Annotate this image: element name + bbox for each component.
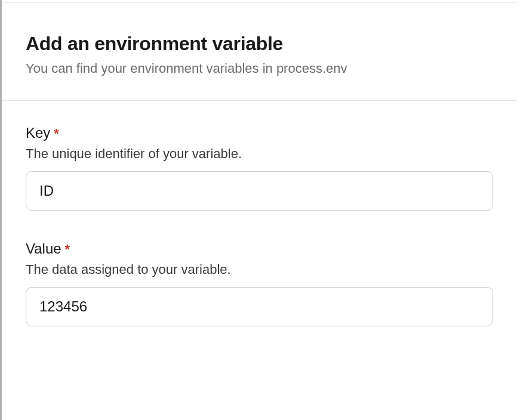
page-subtitle: You can find your environment variables … — [26, 61, 493, 76]
form-header: Add an environment variable You can find… — [2, 2, 517, 101]
value-input[interactable] — [26, 287, 493, 326]
key-helper-text: The unique identifier of your variable. — [26, 146, 493, 162]
required-asterisk-icon: * — [54, 126, 59, 141]
value-label-row: Value * — [26, 240, 493, 257]
value-label: Value — [26, 240, 61, 257]
required-asterisk-icon: * — [65, 242, 70, 257]
page-title: Add an environment variable — [26, 33, 493, 55]
form-body: Key * The unique identifier of your vari… — [2, 101, 517, 380]
value-field-group: Value * The data assigned to your variab… — [26, 240, 493, 326]
key-field-group: Key * The unique identifier of your vari… — [26, 125, 493, 211]
key-label: Key — [26, 125, 50, 141]
value-helper-text: The data assigned to your variable. — [26, 262, 493, 277]
key-input[interactable] — [26, 171, 493, 211]
key-label-row: Key * — [26, 125, 493, 141]
